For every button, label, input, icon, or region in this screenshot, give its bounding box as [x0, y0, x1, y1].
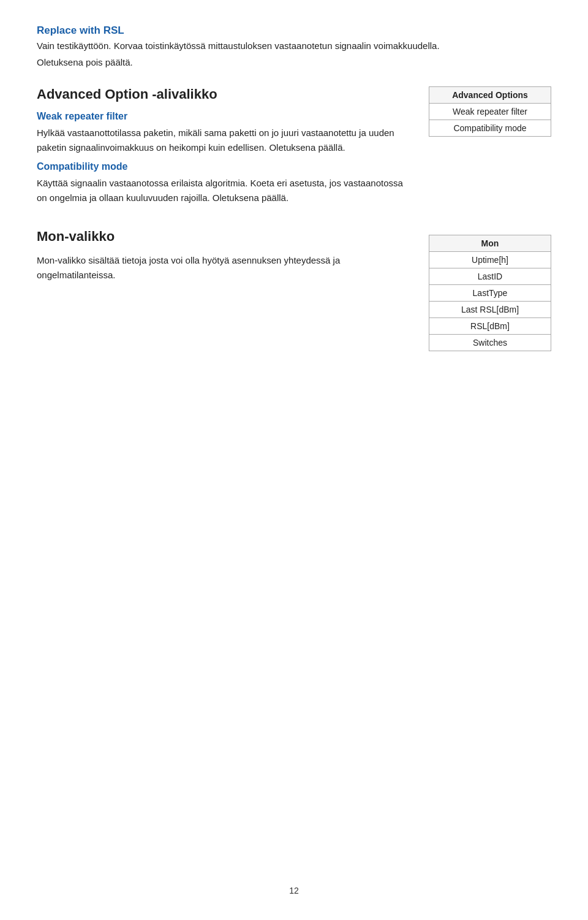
replace-line1: Vain testikäyttöön. Korvaa toistinkäytös…	[37, 39, 551, 53]
advanced-options-left: Advanced Option -alivalikko Weak repeate…	[37, 86, 410, 211]
compatibility-mode-subtitle: Compatibility mode	[37, 161, 410, 172]
weak-repeater-filter-block: Weak repeater filter Hylkää vastaanottot…	[37, 111, 410, 155]
advanced-options-table: Advanced OptionsWeak repeater filterComp…	[429, 86, 551, 137]
advanced-options-title: Advanced Option -alivalikko	[37, 86, 410, 102]
mon-title: Mon-valikko	[37, 229, 410, 245]
mon-section: Mon-valikko Mon-valikko sisältää tietoja…	[37, 229, 551, 351]
mon-table-row: RSL[dBm]	[429, 318, 551, 335]
page-number: 12	[289, 886, 299, 895]
mon-text: Mon-valikko sisältää tietoja josta voi o…	[37, 253, 410, 283]
mon-table-row: Mon	[429, 235, 551, 252]
replace-section: Replace with RSL Vain testikäyttöön. Kor…	[37, 25, 551, 69]
mon-table-row: LastType	[429, 285, 551, 302]
mon-table-row: Uptime[h]	[429, 252, 551, 268]
compatibility-mode-text: Käyttää signaalin vastaanotossa erilaist…	[37, 176, 410, 205]
weak-repeater-filter-text: Hylkää vastaanottotilassa paketin, mikäl…	[37, 126, 410, 155]
mon-left: Mon-valikko Mon-valikko sisältää tietoja…	[37, 229, 410, 289]
advanced-table-row: Compatibility mode	[429, 120, 551, 137]
weak-repeater-filter-subtitle: Weak repeater filter	[37, 111, 410, 122]
advanced-table-row: Weak repeater filter	[429, 104, 551, 120]
advanced-table-row: Advanced Options	[429, 87, 551, 104]
mon-table-row: Last RSL[dBm]	[429, 302, 551, 318]
mon-table: MonUptime[h]LastIDLastTypeLast RSL[dBm]R…	[429, 235, 551, 351]
mon-table-row: Switches	[429, 335, 551, 351]
compatibility-mode-block: Compatibility mode Käyttää signaalin vas…	[37, 161, 410, 205]
advanced-options-right: Advanced OptionsWeak repeater filterComp…	[429, 86, 551, 137]
mon-table-row: LastID	[429, 268, 551, 285]
mon-right: MonUptime[h]LastIDLastTypeLast RSL[dBm]R…	[429, 229, 551, 351]
replace-heading: Replace with RSL	[37, 25, 551, 37]
advanced-options-section: Advanced Option -alivalikko Weak repeate…	[37, 86, 551, 211]
replace-line2: Oletuksena pois päältä.	[37, 56, 551, 70]
